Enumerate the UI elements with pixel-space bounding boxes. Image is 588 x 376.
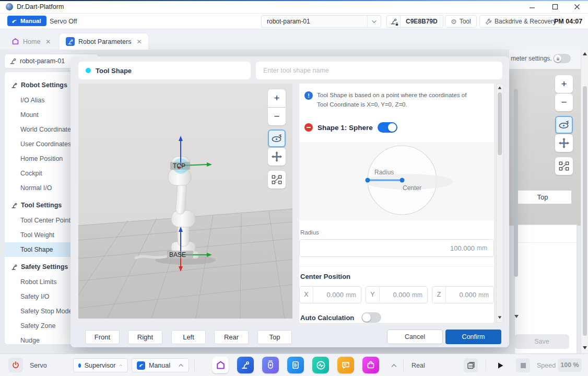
manual-mode-button[interactable]: Manual (7, 16, 46, 26)
auto-calculation-toggle[interactable] (361, 312, 381, 323)
background-panel: meter settings. + − Top Save (509, 50, 581, 354)
tab-home[interactable]: Home ✕ (5, 33, 57, 50)
mode-dropdown[interactable]: Manual (132, 358, 189, 372)
zoom-in-button[interactable]: + (268, 89, 286, 107)
save-button[interactable]: Save (514, 334, 569, 349)
robot-parameters-icon (66, 37, 75, 46)
panel-scroll-up-icon[interactable] (498, 87, 501, 89)
scroll-up-icon[interactable] (583, 52, 587, 55)
center-position-label: Center Position (300, 273, 350, 280)
bg-zoom-out-button[interactable]: − (555, 93, 573, 111)
radius-unit: mm (477, 244, 487, 252)
radius-value: 100.000 (450, 244, 475, 252)
shape-title: Shape 1: Sphere (317, 124, 373, 132)
device-id-group[interactable]: C9E8B79D (386, 15, 443, 28)
view-right-button[interactable]: Right (128, 330, 162, 344)
diagram-radius-label: Radius (374, 169, 394, 176)
axis-unit: mm (478, 291, 489, 299)
viewer-3d-button[interactable] (464, 358, 478, 372)
sphere-diagram: Radius Center (299, 142, 494, 220)
bg-measure-tool-button[interactable] (555, 157, 573, 175)
center-x-input[interactable]: X 0.000mm (299, 286, 361, 303)
home-icon (11, 38, 19, 45)
axis-letter: Y (366, 287, 380, 303)
axis-value: 0.000 (326, 291, 344, 299)
app-task-writer-icon[interactable] (287, 357, 304, 373)
main-scrollbar[interactable] (581, 50, 588, 354)
center-y-input[interactable]: Y 0.000mm (366, 286, 428, 303)
center-z-input[interactable]: Z 0.000mm (432, 286, 494, 303)
power-button[interactable] (8, 358, 23, 372)
radius-field-label: Radius (300, 229, 319, 236)
cancel-button[interactable]: Cancel (387, 330, 443, 344)
device-id-value: C9E8B79D (401, 18, 443, 25)
taskbar-separator (194, 359, 195, 371)
tool-shape-name-input[interactable] (256, 62, 502, 79)
app-teach-pendant-icon[interactable] (262, 357, 279, 373)
shape-enable-toggle[interactable] (378, 122, 397, 133)
dock-collapse-chevron-icon[interactable] (391, 363, 397, 368)
rotate-tool-button[interactable] (268, 130, 286, 147)
auto-calculation-row: Auto Calculation (300, 312, 381, 323)
bg-pan-tool-button[interactable] (555, 134, 573, 152)
role-dropdown[interactable]: Supervisor (73, 358, 128, 372)
tab-robot-parameters-close-icon[interactable]: ✕ (135, 38, 142, 45)
app-robot-params-icon[interactable] (237, 357, 254, 373)
window-accent-line (0, 0, 588, 1)
panel-scrollbar-thumb[interactable] (498, 92, 502, 155)
confirm-button[interactable]: Confirm (445, 330, 501, 344)
play-button[interactable] (493, 358, 507, 372)
role-status-dot (78, 363, 81, 368)
measure-tool-button[interactable] (268, 171, 286, 189)
bg-zoom-in-button[interactable]: + (555, 75, 573, 93)
tab-robot-parameters[interactable]: Robot Parameters ✕ (60, 33, 148, 50)
app-monitor-icon[interactable] (312, 357, 329, 373)
view-left-button[interactable]: Left (171, 330, 206, 344)
scroll-down-icon[interactable] (583, 346, 587, 349)
chevron-down-icon (367, 16, 381, 27)
minimize-button[interactable] (521, 0, 543, 14)
app-home-icon[interactable] (212, 357, 229, 373)
maximize-button[interactable] (544, 0, 566, 14)
app-store-icon[interactable] (362, 357, 379, 373)
radius-input[interactable]: 100.000 mm (299, 239, 494, 257)
stop-button[interactable] (516, 358, 530, 372)
panel-scroll-down-icon[interactable] (498, 316, 501, 319)
panel-scrollbar[interactable] (496, 84, 503, 323)
backdrive-recovery-button[interactable]: Backdrive & Recovery (479, 15, 562, 28)
mode-dropdown-value: Manual (149, 362, 170, 369)
app-message-icon[interactable] (337, 357, 354, 373)
remove-shape-icon[interactable] (304, 123, 313, 132)
speed-label: Speed (537, 354, 556, 376)
view-top-button[interactable]: Top (257, 330, 292, 344)
view-rear-button[interactable]: Rear (214, 330, 249, 344)
view-front-button[interactable]: Front (85, 330, 120, 344)
bottom-taskbar: Servo Supervisor Manual (0, 354, 588, 376)
lock-icon (554, 55, 561, 62)
center-position-fields: X 0.000mm Y 0.000mm Z 0.000mm (299, 286, 494, 303)
robot-icon (11, 264, 18, 271)
parameter-lock-toggle[interactable] (553, 54, 571, 63)
inner-scrollbar-thumb[interactable] (514, 89, 518, 277)
axis-value: 0.000 (393, 291, 410, 299)
viewport-controls: + − (268, 89, 286, 189)
tab-home-close-icon[interactable]: ✕ (44, 38, 51, 45)
close-button[interactable] (566, 0, 588, 14)
axis-unit: mm (412, 291, 422, 299)
zoom-out-button[interactable]: − (268, 108, 286, 125)
manual-swoosh-icon (11, 18, 18, 25)
robot-param-dropdown[interactable]: robot-param-01 (261, 15, 381, 28)
inner-scrollbar-down-icon[interactable] (514, 315, 519, 318)
tool-button[interactable]: ⚙ Tool (445, 15, 477, 28)
pan-tool-button[interactable] (268, 148, 286, 166)
robot-icon (241, 360, 250, 370)
bag-icon (366, 360, 375, 370)
robot-icon (9, 57, 17, 65)
robot-3d-viewport[interactable]: TCP BASE (78, 84, 292, 319)
main-scrollbar-thumb[interactable] (583, 86, 587, 336)
speed-value-box[interactable]: 100 % (558, 358, 582, 372)
diagram-center-label: Center (403, 184, 421, 192)
bg-top-view-button[interactable]: Top (513, 190, 572, 204)
application-window: Dr.Dart-Platform Manual Servo Off robot-… (0, 0, 588, 376)
bg-rotate-tool-button[interactable] (555, 116, 573, 134)
